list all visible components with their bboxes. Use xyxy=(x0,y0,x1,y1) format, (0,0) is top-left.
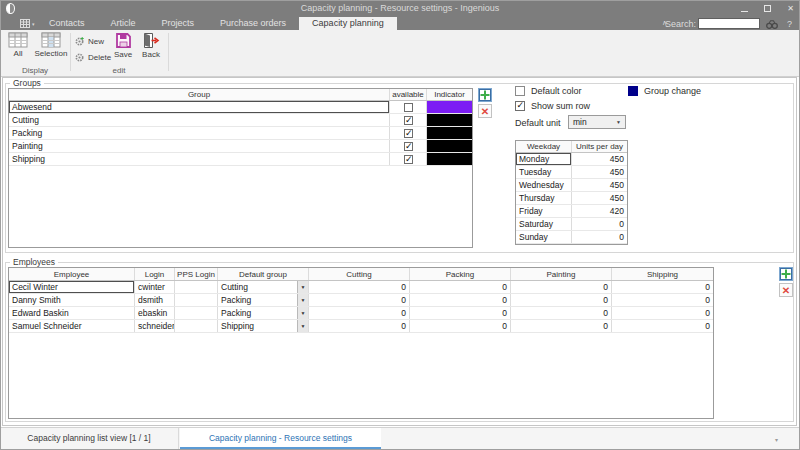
units-cell[interactable]: 0 xyxy=(572,231,627,243)
weekday-cell[interactable]: Monday xyxy=(516,153,572,165)
all-button[interactable]: All xyxy=(4,32,32,66)
cutting-cell[interactable]: 0 xyxy=(309,281,410,293)
available-cell[interactable] xyxy=(390,140,427,152)
login-cell[interactable]: ebaskin xyxy=(135,307,175,319)
login-cell[interactable]: cwinter xyxy=(135,281,175,293)
menu-tab[interactable]: Contacts xyxy=(36,17,98,30)
close-button[interactable]: ✕ xyxy=(787,4,794,13)
group-name-cell[interactable]: Painting xyxy=(9,140,390,152)
packing-cell[interactable]: 0 xyxy=(410,307,511,319)
weekday-cell[interactable]: Wednesday xyxy=(516,179,572,191)
menu-tab[interactable]: Capacity planning xyxy=(299,17,397,30)
shipping-cell[interactable]: 0 xyxy=(612,307,713,319)
add-employee-button[interactable] xyxy=(779,267,793,281)
login-cell[interactable]: schneider xyxy=(135,320,175,332)
indicator-swatch[interactable] xyxy=(427,101,472,113)
available-cell[interactable] xyxy=(390,101,427,113)
weekday-cell[interactable]: Saturday xyxy=(516,218,572,230)
default-group-dropdown[interactable]: Shipping xyxy=(218,320,309,332)
delete-button[interactable]: Delete xyxy=(74,51,111,63)
delete-employee-button[interactable]: ✕ xyxy=(779,283,793,297)
weekday-name: Friday xyxy=(519,206,543,216)
cutting-cell[interactable]: 0 xyxy=(309,294,410,306)
group-name-cell[interactable]: Packing xyxy=(9,127,390,139)
menu-tab[interactable]: Article xyxy=(98,17,149,30)
tab-overflow-icon[interactable]: ▾ xyxy=(775,436,778,443)
employee-cell[interactable]: Samuel Schneider xyxy=(9,320,135,332)
painting-cell[interactable]: 0 xyxy=(511,294,612,306)
employee-cell[interactable]: Danny Smith xyxy=(9,294,135,306)
default-color-swatch[interactable] xyxy=(515,86,525,96)
weekday-cell[interactable]: Sunday xyxy=(516,231,572,243)
maximize-button[interactable] xyxy=(764,4,771,14)
weekday-cell[interactable]: Thursday xyxy=(516,192,572,204)
save-button[interactable]: Save xyxy=(110,32,136,66)
shipping-cell[interactable]: 0 xyxy=(612,294,713,306)
default-group-dropdown[interactable]: Packing xyxy=(218,307,309,319)
login-cell[interactable]: dsmith xyxy=(135,294,175,306)
shipping-cell[interactable]: 0 xyxy=(612,281,713,293)
available-cell[interactable] xyxy=(390,127,427,139)
add-group-button[interactable] xyxy=(478,88,492,102)
cutting-cell[interactable]: 0 xyxy=(309,307,410,319)
delete-group-button[interactable]: ✕ xyxy=(478,104,492,118)
group-change-swatch[interactable] xyxy=(628,86,638,96)
selection-button[interactable]: Selection xyxy=(34,32,68,66)
employee-cell[interactable]: Cecil Winter xyxy=(9,281,135,293)
packing-cell[interactable]: 0 xyxy=(410,281,511,293)
weekday-cell[interactable]: Friday xyxy=(516,205,572,217)
indicator-swatch[interactable] xyxy=(427,114,472,126)
shipping-cell[interactable]: 0 xyxy=(612,320,713,332)
show-sum-row-checkbox[interactable] xyxy=(515,101,525,111)
chevron-down-icon[interactable] xyxy=(297,307,308,319)
packing-cell[interactable]: 0 xyxy=(410,320,511,332)
default-group-dropdown[interactable]: Cutting xyxy=(218,281,309,293)
menu-tab[interactable]: Projects xyxy=(149,17,208,30)
view-tab[interactable]: Capacity planning list view [1 / 1] xyxy=(0,428,179,450)
view-tab[interactable]: Capacity planning - Resource settings xyxy=(180,428,381,450)
available-checkbox[interactable] xyxy=(404,155,413,164)
group-name-cell[interactable]: Shipping xyxy=(9,153,390,165)
default-unit-select[interactable]: min xyxy=(568,115,626,129)
back-button[interactable]: Back xyxy=(138,32,164,66)
pps-login-cell[interactable] xyxy=(175,281,218,293)
painting-cell[interactable]: 0 xyxy=(511,320,612,332)
units-cell[interactable]: 450 xyxy=(572,166,627,178)
available-checkbox[interactable] xyxy=(404,129,413,138)
available-cell[interactable] xyxy=(390,153,427,165)
units-cell[interactable]: 450 xyxy=(572,153,627,165)
search-input[interactable] xyxy=(698,18,760,29)
new-button[interactable]: New xyxy=(74,35,104,47)
pps-login-cell[interactable] xyxy=(175,294,218,306)
available-checkbox[interactable] xyxy=(404,103,413,112)
available-checkbox[interactable] xyxy=(404,142,413,151)
indicator-swatch[interactable] xyxy=(427,127,472,139)
painting-cell[interactable]: 0 xyxy=(511,307,612,319)
maximize-icon xyxy=(764,5,771,12)
help-button[interactable]: ? xyxy=(787,19,792,29)
chevron-down-icon[interactable] xyxy=(297,294,308,306)
menu-tab[interactable]: Purchase orders xyxy=(207,17,299,30)
chevron-down-icon[interactable] xyxy=(297,281,308,293)
default-group-dropdown[interactable]: Packing xyxy=(218,294,309,306)
units-cell[interactable]: 450 xyxy=(572,179,627,191)
available-checkbox[interactable] xyxy=(404,116,413,125)
weekday-cell[interactable]: Tuesday xyxy=(516,166,572,178)
units-cell[interactable]: 420 xyxy=(572,205,627,217)
indicator-swatch[interactable] xyxy=(427,153,472,165)
pps-login-cell[interactable] xyxy=(175,307,218,319)
pps-login-cell[interactable] xyxy=(175,320,218,332)
cutting-cell[interactable]: 0 xyxy=(309,320,410,332)
chevron-down-icon[interactable] xyxy=(297,320,308,332)
minimize-button[interactable] xyxy=(741,4,748,14)
group-name-cell[interactable]: Cutting xyxy=(9,114,390,126)
available-cell[interactable] xyxy=(390,114,427,126)
group-name-cell[interactable]: Abwesend xyxy=(9,101,390,113)
units-cell[interactable]: 450 xyxy=(572,192,627,204)
packing-cell[interactable]: 0 xyxy=(410,294,511,306)
indicator-swatch[interactable] xyxy=(427,140,472,152)
app-menu-icon[interactable]: ▾ xyxy=(20,19,35,28)
painting-cell[interactable]: 0 xyxy=(511,281,612,293)
employee-cell[interactable]: Edward Baskin xyxy=(9,307,135,319)
units-cell[interactable]: 0 xyxy=(572,218,627,230)
